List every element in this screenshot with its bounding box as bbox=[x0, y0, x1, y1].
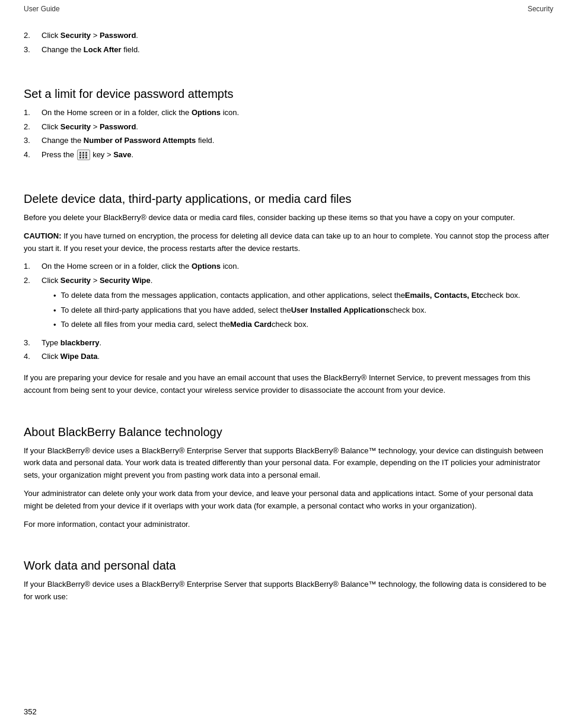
section-heading-work-data: Work data and personal data bbox=[24, 559, 553, 573]
divider bbox=[24, 65, 553, 73]
intro-steps: 2. Click Security > Password. 3. Change … bbox=[24, 30, 553, 55]
page-footer: 352 bbox=[24, 707, 37, 716]
bullet-item: To delete data from the messages applica… bbox=[53, 290, 553, 302]
bullet-item: To delete all third-party applications t… bbox=[53, 304, 553, 317]
section-heading-balance: About BlackBerry Balance technology bbox=[24, 425, 553, 439]
step-item: 2. Click Security > Security Wipe. To de… bbox=[24, 275, 553, 335]
divider bbox=[24, 170, 553, 178]
step-item: 2. Click Security > Password. bbox=[24, 30, 553, 42]
balance-para-1: If your BlackBerry® device uses a BlackB… bbox=[24, 445, 553, 482]
step-item: 3. Change the Number of Password Attempt… bbox=[24, 135, 553, 147]
menu-key-dots bbox=[79, 152, 88, 158]
section-heading-password-attempts: Set a limit for device password attempts bbox=[24, 87, 553, 101]
page-content: 2. Click Security > Password. 3. Change … bbox=[0, 18, 577, 633]
step-item: 4. Click Wipe Data. bbox=[24, 351, 553, 363]
divider bbox=[24, 536, 553, 545]
security-wipe-bullets: To delete data from the messages applica… bbox=[53, 290, 553, 331]
resale-notice: If you are preparing your device for res… bbox=[24, 372, 553, 397]
step-item: 4. Press the key > Save. bbox=[24, 149, 553, 161]
caution-text: CAUTION: If you have turned on encryptio… bbox=[24, 230, 553, 255]
menu-key-icon bbox=[77, 150, 90, 160]
step-item: 1. On the Home screen or in a folder, cl… bbox=[24, 260, 553, 272]
delete-data-steps: 1. On the Home screen or in a folder, cl… bbox=[24, 260, 553, 363]
step-item: 2. Click Security > Password. bbox=[24, 121, 553, 133]
section-heading-delete-data: Delete device data, third-party applicat… bbox=[24, 192, 553, 206]
balance-para-3: For more information, contact your admin… bbox=[24, 519, 553, 531]
delete-data-intro: Before you delete your BlackBerry® devic… bbox=[24, 212, 553, 224]
divider bbox=[24, 403, 553, 411]
page-header: User Guide Security bbox=[0, 0, 577, 18]
balance-para-2: Your administrator can delete only your … bbox=[24, 488, 553, 513]
work-data-para-1: If your BlackBerry® device uses a BlackB… bbox=[24, 578, 553, 603]
bullet-item: To delete all files from your media card… bbox=[53, 319, 553, 331]
step-item: 3. Type blackberry. bbox=[24, 337, 553, 349]
password-attempts-steps: 1. On the Home screen or in a folder, cl… bbox=[24, 107, 553, 160]
step-item: 3. Change the Lock After field. bbox=[24, 44, 553, 56]
header-right: Security bbox=[528, 5, 553, 13]
page-number: 352 bbox=[24, 707, 37, 716]
header-left: User Guide bbox=[24, 5, 60, 13]
step-item: 1. On the Home screen or in a folder, cl… bbox=[24, 107, 553, 119]
